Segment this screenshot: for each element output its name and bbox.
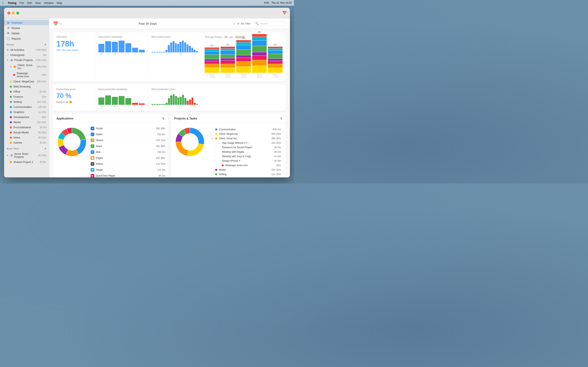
hour-bar [154, 52, 156, 52]
prod-hour-bar [177, 98, 180, 105]
date-range-label[interactable]: Past 30 Days [65, 22, 231, 25]
sidebar-item-details[interactable]: 👁 Details [4, 31, 49, 36]
sidebar-item-games[interactable]: Games 3h 0m [4, 140, 49, 145]
app-list-item[interactable]: ⚙ Xcode 34h 45m [91, 125, 165, 132]
stacked-segment [268, 47, 283, 49]
fullscreen-button[interactable] [16, 12, 19, 15]
apple-menu[interactable]:  [2, 1, 4, 5]
hour-bar [151, 52, 153, 52]
project-list-item[interactable]: Media 22h 32m [209, 167, 283, 172]
stacked-bar-group[interactable]: 43h [252, 31, 267, 73]
project-list-item[interactable]: ▼ Client: Acme Inc. 38h 30m [209, 136, 283, 141]
filter-selector[interactable]: ⊘ No Filter [237, 22, 251, 25]
sidebar-item-finance[interactable]: Finance 15m [4, 94, 49, 99]
project-list-item[interactable]: › Client: MegaCorp 39h 20m [209, 132, 283, 136]
sidebar-item-procrastination[interactable]: Procrastination 3h 0m [4, 125, 49, 130]
stacked-bar-group[interactable]: 32h [268, 44, 283, 73]
project-list-item[interactable]: › Research for Secret Project 3h 0m [209, 145, 283, 150]
project-list-item[interactable]: Writing 11h 20m [209, 172, 283, 176]
calendar-icon[interactable]: 📅 [53, 21, 58, 26]
close-button[interactable] [7, 12, 10, 15]
stacked-segment [221, 50, 235, 54]
menu-time: 8:34 [264, 1, 269, 4]
sidebar-item-writing[interactable]: Writing 11h 20m [4, 99, 49, 104]
graphics-label: Graphics [13, 110, 36, 114]
prev-button[interactable]: ‹ [61, 21, 62, 26]
project-list-item[interactable]: App Usage Without a T... 31h 20m [209, 141, 283, 145]
projects-share-button[interactable]: ⬆ [280, 117, 283, 120]
app-list-item[interactable]: # Slack 16h 30m [91, 143, 165, 149]
app-list-item[interactable]: ☎ Skype 11h 0m [91, 167, 165, 173]
project-list-item[interactable]: › Design iPhone Y 1h 0m [209, 159, 283, 163]
time-per-project-block: Time per Project ⊗ per Week ⊗ 31h32h38h4 [201, 35, 283, 78]
app-list-item[interactable]: N Notion 11h 20m [91, 161, 165, 167]
sidebar-item-office[interactable]: Office 2h 4m [4, 89, 49, 94]
menu-file[interactable]: File [20, 1, 24, 4]
minimize-button[interactable] [12, 12, 15, 15]
sidebar-item-web-browsing[interactable]: Web Browsing [4, 84, 49, 89]
weekday-bar-label: T [105, 53, 111, 55]
sidebar-item-news[interactable]: News 5h 54m [4, 135, 49, 140]
app-icon: 🌐 [91, 133, 94, 136]
finance-dot [10, 96, 12, 98]
app-list-item[interactable]: 📄 Pages 12h 40m [91, 155, 165, 161]
stacked-segment [236, 67, 251, 73]
app-list-item[interactable]: 🌐 Safari 31h 5m [91, 132, 165, 137]
applications-label: Applications [56, 117, 73, 120]
sidebar-item-development[interactable]: Development 45m [4, 115, 49, 120]
project-list-item[interactable]: › Meeting with Jony & Craig 1h 0m [209, 154, 283, 159]
stacked-bar-group[interactable]: 31h [205, 44, 219, 73]
applications-share-button[interactable]: ⬆ [162, 117, 164, 120]
active-hours-label: Most active hours [151, 35, 198, 38]
sidebar-item-overview[interactable]: ⊞ Overview [4, 20, 49, 25]
sidebar-item-client-megacorp[interactable]: Client: MegaCorp 39h 20m [4, 79, 49, 84]
sidebar-item-graphics[interactable]: Graphics 1h 13m [4, 109, 49, 115]
project-list-item[interactable]: › Meeting with Angela 2h 0m [209, 150, 283, 154]
project-list-item[interactable]: Redesign acme.com 10m [209, 163, 283, 167]
app-name: Safari [96, 133, 156, 136]
sidebar-item-shared-project[interactable]: Shared Project 1 2h 0m [4, 159, 49, 165]
search-box[interactable]: 🔍 Search [253, 21, 286, 26]
acme-label: Acme Team [7, 147, 19, 150]
communication-time: 43h 0m [38, 106, 46, 108]
acme-projects-icon [11, 154, 13, 156]
prod-weekday-bar [105, 95, 111, 105]
sidebar-item-review[interactable]: ↺ Review [4, 25, 49, 31]
add-acme-button[interactable]: + [44, 147, 46, 150]
app-time: 22h 13m [156, 139, 165, 142]
sidebar-item-private-projects[interactable]: ▼ Private Projects 176h 29m [4, 58, 49, 63]
procrastination-label: Procrastination [13, 126, 38, 129]
sidebar-item-redesign-acme[interactable]: Redesign acme.com 10m [4, 71, 49, 79]
sidebar-item-media[interactable]: Media 22h 32m [4, 120, 49, 125]
sidebar-item-all-activities[interactable]: All Activities 178h 54m [4, 47, 49, 52]
app-list-item[interactable]: 💎 Sketch 22h 13m [91, 137, 165, 143]
stacked-segment [205, 51, 219, 54]
sidebar-item-acme-projects[interactable]: ▼ Acme Team Projects 2h 20m [4, 151, 49, 159]
add-private-button[interactable]: + [44, 43, 46, 47]
sidebar-item-social-media[interactable]: Social Media 5h 36m [4, 130, 49, 135]
prod-hour-bar [180, 97, 182, 105]
app-list: ⚙ Xcode 34h 45m 🌐 Safari 31h 5m 💎 Sketch… [91, 125, 165, 177]
sidebar-item-unassigned[interactable]: Unassigned 5m [4, 52, 49, 58]
app-list-item[interactable]: ✉ Mail 15h 0m [91, 149, 165, 155]
app-list-item[interactable]: ▶ QuickTime Player 9h 0m [91, 173, 165, 177]
procrastination-dot [10, 126, 12, 128]
sidebar-item-client-acme[interactable]: ▼ Client: Acme Inc. 38h 20m [4, 63, 49, 71]
stacked-bar-labels: 13.10. – 18.10.19.10. – 25.10.26.10. – 0… [205, 74, 283, 78]
next-button[interactable]: › [233, 21, 235, 26]
stacked-segment [252, 46, 267, 52]
menu-help[interactable]: Help [57, 1, 62, 4]
prod-hour-label [154, 105, 156, 108]
weekday-bar [139, 50, 145, 52]
project-chevron: ▼ [211, 137, 214, 140]
menu-view[interactable]: View [35, 1, 41, 4]
app-name[interactable]: Timing [8, 1, 16, 4]
project-tag[interactable]: ⊗ [224, 35, 228, 39]
menu-edit[interactable]: Edit [27, 1, 32, 4]
sidebar-item-communication[interactable]: Communication 43h 0m [4, 104, 49, 109]
stacked-bar-group[interactable]: 38h [236, 37, 251, 73]
stacked-bar-group[interactable]: 32h [221, 44, 235, 73]
sidebar-item-reports[interactable]: 📋 Reports [4, 36, 49, 41]
project-list-item[interactable]: Communication 43h 0m [209, 127, 283, 132]
menu-window[interactable]: Window [44, 1, 53, 4]
